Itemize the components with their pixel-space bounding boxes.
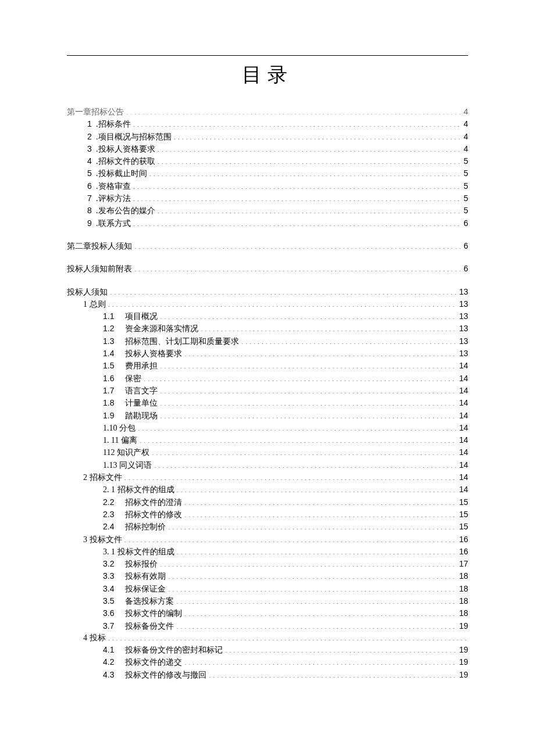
toc-number: 3.3 [103,570,125,582]
toc-number: 9 [83,217,96,229]
toc-spacer [67,275,468,286]
toc-leader [149,168,462,176]
toc-label: 招标文件的修改 [125,509,184,521]
toc-number: 2 [83,131,96,142]
toc-label: .投标人资格要求 [96,144,158,155]
toc-page-number: 15 [456,496,468,508]
toc-label: 投标备份文件 [125,621,176,632]
toc-label: 投标有效期 [125,571,168,582]
toc-page-number: 14 [456,372,468,384]
toc-number: 1.1 [103,310,125,322]
toc-leader [158,205,462,213]
toc-label: 投标人资格要求 [125,348,184,360]
toc-row: 1.10 分包14 [103,422,468,434]
toc-row: 1. 11 偏离14 [103,434,468,446]
toc-label: 计量单位 [125,397,160,409]
toc-number: 3.4 [103,583,125,594]
toc-leader [177,546,457,554]
toc-row: 5.投标截止时间5 [83,167,468,180]
toc-leader [124,534,457,542]
toc-row: 3.5备选投标方案18 [103,595,468,607]
toc-label: 资金来源和落实情况 [125,323,201,335]
toc-leader [133,119,462,127]
toc-leader [160,360,456,368]
toc-page-number: 16 [456,546,468,557]
toc-row: 1.3招标范围、计划工期和质量要求13 [103,335,468,347]
toc-row: 3.3投标有效期18 [103,570,468,582]
toc-row: 112 知识产权14 [103,446,468,458]
toc-number: 4.3 [103,669,125,680]
toc-number: 2.2 [103,496,125,508]
toc-label: 2 招标文件 [83,472,124,483]
toc-label: .项目概况与招标范围 [96,131,174,143]
toc-page-number: 14 [456,360,468,371]
toc-label: 备选投标方案 [125,596,176,607]
toc-page-number: 5 [461,167,468,179]
toc-page-number: 14 [456,483,468,495]
toc-page-number: 18 [456,595,468,607]
toc-page-number: 19 [456,656,468,668]
toc-label: 投标人须知前附表 [67,263,134,275]
toc-leader [133,218,462,226]
toc-number: 1.9 [103,410,125,421]
toc-leader [168,521,456,529]
toc-leader [133,181,462,189]
toc-number: 4.2 [103,656,125,668]
toc-number: 4.1 [103,644,125,655]
toc-leader [174,131,462,139]
toc-label: 投标文件的修改与撤回 [125,669,209,681]
toc-leader [158,156,462,164]
toc-row: 投标人须知13 [67,286,468,298]
toc-number: 1 [83,118,96,130]
toc-number: 1.6 [103,372,125,384]
toc-label: 投标文件的编制 [125,608,184,619]
toc-label: 1.10 分包 [103,422,138,434]
toc-label: .评标方法 [96,193,133,205]
toc-leader [160,311,456,319]
toc-label: 2. 1 招标文件的组成 [103,484,177,496]
toc-label: 项目概况 [125,311,160,323]
toc-row: 1.5费用承担14 [103,360,468,372]
toc-label: .联系方式 [96,218,133,230]
toc-spacer [67,230,468,240]
toc-label: .招标文件的获取 [96,156,158,167]
toc-page-number: 18 [456,583,468,594]
toc-label: 1.13 同义词语 [103,460,154,471]
toc-page-number: 19 [456,644,468,655]
toc-label: .招标条件 [96,119,133,130]
toc-number: 1.3 [103,335,125,347]
toc-row: 2.4招标控制价15 [103,521,468,533]
toc-leader [176,621,456,629]
toc-leader [160,397,456,406]
toc-label: 招标控制价 [125,521,168,533]
toc-label: 招标文件的澄清 [125,497,184,508]
toc-row: 3 投标文件16 [83,533,468,546]
page-title: 目录 [242,63,293,85]
toc-label: 保密 [125,373,144,385]
toc-page-number: 5 [461,192,468,204]
toc-number: 6 [83,180,96,192]
toc-row: 6.资格审查5 [83,180,468,192]
toc-row: 1.招标条件4 [83,118,468,130]
toc-row: 3.4投标保证金18 [103,583,468,595]
toc-leader [184,657,456,665]
toc-row: 1 总则13 [83,298,468,310]
toc-leader [184,497,456,505]
toc-leader [177,484,457,492]
toc-page-number: 6 [461,217,468,229]
toc-row: 2.3招标文件的修改15 [103,508,468,521]
toc-number: 3.5 [103,595,125,607]
toc-page-number: 18 [456,570,468,582]
toc-page-number: 5 [461,155,468,167]
toc-row: 8.发布公告的媒介5 [83,205,468,217]
toc-row: 1.4投标人资格要求13 [103,347,468,360]
toc-page: 目录 第一章招标公告41.招标条件42.项目概况与招标范围43.投标人资格要求4… [0,0,535,716]
toc-leader [144,373,456,381]
toc-page-number: 16 [456,533,468,545]
toc-page-number: 13 [456,310,468,322]
toc-page-number: 14 [456,459,468,471]
toc-row: 1.8计量单位14 [103,397,468,409]
toc-leader [160,410,456,418]
toc-row: 3.投标人资格要求4 [83,143,468,155]
toc-label: 4 投标 [83,632,108,644]
